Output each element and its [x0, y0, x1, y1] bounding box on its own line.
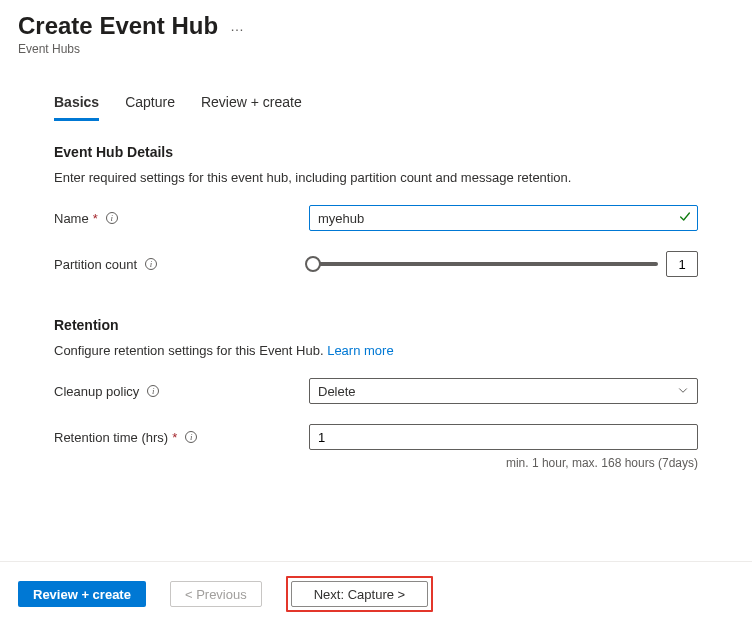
retention-time-label: Retention time (hrs) — [54, 430, 168, 445]
retention-time-input[interactable] — [309, 424, 698, 450]
info-icon[interactable]: i — [147, 385, 159, 397]
required-indicator: * — [172, 430, 177, 445]
partition-count-slider[interactable] — [309, 262, 658, 266]
section-description-details: Enter required settings for this event h… — [54, 170, 698, 185]
tab-capture[interactable]: Capture — [125, 88, 175, 121]
cleanup-policy-value: Delete — [318, 384, 356, 399]
slider-thumb[interactable] — [305, 256, 321, 272]
section-heading-retention: Retention — [54, 317, 698, 333]
name-label: Name — [54, 211, 89, 226]
learn-more-link[interactable]: Learn more — [327, 343, 393, 358]
next-capture-button[interactable]: Next: Capture > — [291, 581, 428, 607]
tab-bar: Basics Capture Review + create — [54, 88, 698, 122]
tab-basics[interactable]: Basics — [54, 88, 99, 121]
tab-review-create[interactable]: Review + create — [201, 88, 302, 121]
partition-count-label: Partition count — [54, 257, 137, 272]
previous-button[interactable]: < Previous — [170, 581, 262, 607]
cleanup-policy-select[interactable]: Delete — [309, 378, 698, 404]
footer-bar: Review + create < Previous Next: Capture… — [0, 561, 752, 626]
info-icon[interactable]: i — [145, 258, 157, 270]
section-description-retention: Configure retention settings for this Ev… — [54, 343, 698, 358]
breadcrumb[interactable]: Event Hubs — [18, 42, 734, 56]
info-icon[interactable]: i — [185, 431, 197, 443]
cleanup-policy-label: Cleanup policy — [54, 384, 139, 399]
partition-count-input[interactable] — [666, 251, 698, 277]
retention-time-hint: min. 1 hour, max. 168 hours (7days) — [54, 456, 698, 470]
highlight-annotation: Next: Capture > — [286, 576, 433, 612]
more-actions-icon[interactable]: … — [230, 18, 245, 34]
review-create-button[interactable]: Review + create — [18, 581, 146, 607]
page-title: Create Event Hub — [18, 12, 218, 40]
info-icon[interactable]: i — [106, 212, 118, 224]
check-icon — [678, 210, 692, 227]
name-input[interactable] — [309, 205, 698, 231]
chevron-down-icon — [677, 384, 689, 399]
required-indicator: * — [93, 211, 98, 226]
section-heading-details: Event Hub Details — [54, 144, 698, 160]
